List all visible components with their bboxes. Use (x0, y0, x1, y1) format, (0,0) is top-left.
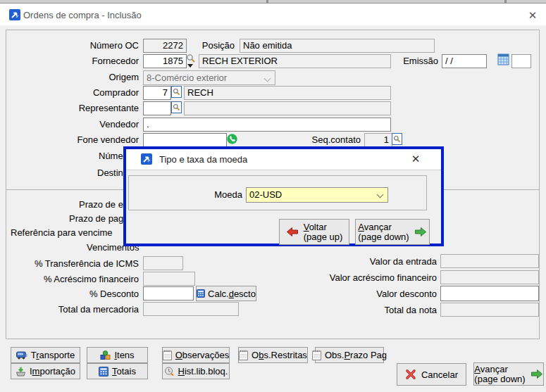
calc-descto-label: Calc.descto (208, 289, 256, 299)
desconto-input[interactable] (143, 286, 194, 301)
arrow-right-icon (531, 369, 543, 379)
comprador-name-field: RECH (184, 86, 391, 100)
app-logo-icon (141, 153, 152, 165)
arrow-right-icon (414, 227, 427, 237)
hist-lib-bloq-label: Hist.lib.bloq. (178, 366, 228, 377)
modal-titlebar: Tipo e taxa da moeda ✕ (126, 149, 441, 170)
obs-prazo-pag-button[interactable]: Obs.Prazo Pag (315, 347, 384, 363)
modal-avancar-button[interactable]: Avançar(page down) (355, 219, 430, 245)
valor-desconto-label: Valor desconto (296, 289, 437, 300)
representante-label: Representante (12, 103, 139, 114)
referencia-vencimento-label: Referência para vencime (11, 227, 113, 239)
close-icon[interactable]: ✕ (526, 9, 540, 22)
ordens-de-compra-window: Ordens de compra - Inclusão ✕ Número OC … (0, 0, 546, 392)
truck-icon (16, 351, 27, 360)
calc-descto-button[interactable]: Calc.descto (196, 286, 256, 301)
seq-contato-label: Seq.contato (304, 134, 361, 146)
comprador-code-input[interactable]: 7 (143, 86, 171, 100)
transporte-label: Transporte (31, 350, 75, 360)
calendar-icon[interactable] (497, 53, 509, 65)
posicao-field: Não emitida (240, 39, 435, 53)
emissao-label: Emissão (382, 56, 438, 67)
total-mercadoria-label: Total da mercadoria (12, 304, 139, 315)
valor-acrescimo-field (440, 270, 539, 284)
fone-vendedor-input[interactable] (143, 133, 227, 147)
itens-button[interactable]: Itens (87, 347, 148, 363)
acrescimo-label: % Acréscimo financeiro (12, 274, 139, 285)
fornecedor-code-input[interactable]: 1875 (143, 54, 187, 68)
observacoes-button[interactable]: Observações (162, 347, 230, 363)
obs-restritas-label: Obs.Restritas (252, 350, 307, 360)
total-mercadoria-field (143, 302, 239, 316)
items-cubes-icon (100, 350, 111, 360)
icms-field (143, 256, 183, 270)
importacao-button[interactable]: Importação (11, 363, 80, 379)
seq-contato-search-icon[interactable] (392, 133, 402, 145)
valor-entrada-field (440, 254, 539, 268)
totais-label: Totais (112, 366, 136, 377)
comprador-search-icon[interactable] (171, 86, 182, 98)
total-nota-field (440, 303, 539, 317)
representante-search-icon[interactable] (171, 101, 182, 113)
voltar-label: Voltar(page up) (304, 222, 343, 242)
chevron-down-icon (264, 75, 271, 82)
observacoes-label: Observações (175, 350, 230, 360)
origem-value: 8-Comércio exterior (147, 72, 227, 83)
window-edge-tick (504, 0, 507, 3)
modal-avancar-label: Avançar(page down) (358, 222, 409, 242)
posicao-label: Posição (164, 40, 235, 51)
representante-name-field (184, 101, 391, 115)
valor-desconto-input[interactable] (440, 286, 539, 301)
importacao-label: Importação (30, 366, 75, 377)
modal-close-icon[interactable]: ✕ (409, 153, 423, 165)
valor-acrescimo-label: Valor acréscimo financeiro (296, 272, 437, 284)
import-icon (15, 367, 26, 377)
main-titlebar: Ordens de compra - Inclusão ✕ (0, 4, 546, 25)
moeda-select[interactable]: 02-USD (246, 187, 388, 203)
vendedor-input[interactable]: . (143, 118, 391, 132)
obs-restritas-button[interactable]: Obs.Restritas (238, 347, 308, 363)
notepad-icon (312, 350, 321, 360)
fornecedor-name-field: RECH EXTERIOR (199, 54, 391, 68)
modal-title: Tipo e taxa da moeda (159, 154, 247, 165)
emissao-input[interactable]: / / (442, 54, 487, 68)
emissao-extra-field (511, 54, 531, 68)
fornecedor-label: Fornecedor (12, 56, 139, 67)
seq-contato-field: 1 (364, 133, 392, 147)
representante-code-input[interactable] (143, 101, 171, 115)
window-title: Ordens de compra - Inclusão (23, 10, 142, 20)
voltar-button[interactable]: Voltar(page up) (279, 219, 349, 245)
avancar-button[interactable]: Avançar(page down) (473, 362, 544, 386)
tipo-taxa-moeda-dialog: Tipo e taxa da moeda ✕ Moeda 02-USD Volt… (123, 146, 444, 246)
fornecedor-dropdown-icon[interactable] (187, 64, 193, 68)
fone-vendedor-label: Fone vendedor (12, 134, 139, 146)
hist-lib-bloq-button[interactable]: Hist.lib.bloq. (162, 363, 230, 379)
whatsapp-icon[interactable] (227, 134, 237, 144)
cancelar-label: Cancelar (421, 369, 458, 380)
arrow-left-icon (286, 227, 299, 237)
numero-partial-label: Númer (99, 151, 126, 162)
numero-oc-label: Número OC (12, 40, 139, 51)
cancelar-button[interactable]: Cancelar (397, 363, 466, 386)
history-scroll-icon (164, 367, 175, 377)
origem-label: Origem (12, 72, 139, 83)
calculator-icon (197, 289, 205, 298)
moeda-value: 02-USD (249, 189, 282, 200)
desconto-label: % Desconto (12, 289, 139, 300)
total-nota-label: Total da nota (296, 305, 437, 316)
fornecedor-search-icon[interactable] (186, 53, 196, 63)
moeda-label: Moeda (172, 189, 242, 201)
cancel-x-icon (405, 369, 416, 380)
notepad-icon (163, 350, 172, 360)
calculator-icon (99, 367, 108, 377)
totais-button[interactable]: Totais (87, 363, 148, 379)
comprador-label: Comprador (12, 87, 139, 99)
vendedor-label: Vendedor (12, 119, 139, 130)
valor-entrada-label: Valor da entrada (296, 256, 437, 267)
notepad-icon (239, 350, 248, 360)
window-edge-tick (266, 0, 268, 3)
acrescimo-field (143, 272, 195, 286)
app-logo-icon (9, 9, 20, 20)
chevron-down-icon (377, 191, 384, 198)
transporte-button[interactable]: Transporte (11, 347, 80, 363)
